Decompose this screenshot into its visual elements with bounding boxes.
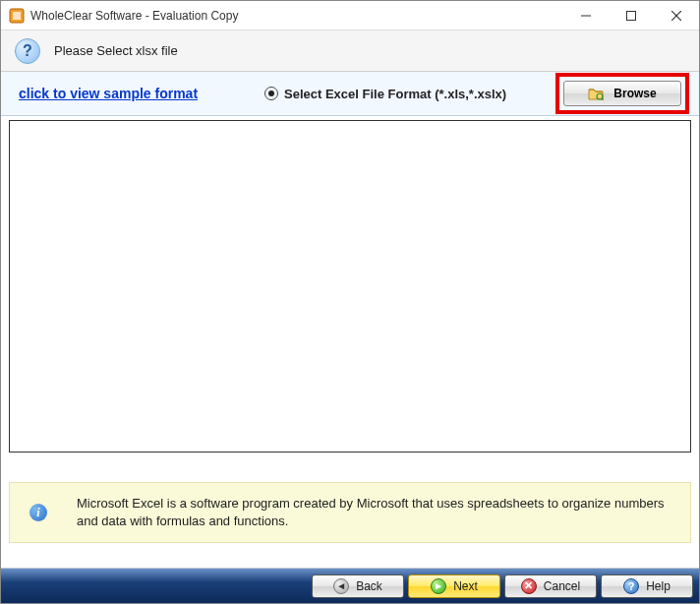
browse-highlight: Browse (555, 73, 689, 114)
info-text: Microsoft Excel is a software program cr… (77, 495, 671, 530)
help-nav-icon: ? (623, 578, 639, 594)
back-button[interactable]: ◄ Back (312, 574, 404, 598)
browse-button[interactable]: Browse (563, 81, 681, 106)
help-button[interactable]: ? Help (601, 574, 693, 598)
svg-rect-3 (627, 11, 636, 20)
info-panel: i Microsoft Excel is a software program … (9, 482, 691, 543)
info-icon: i (29, 504, 47, 521)
maximize-button[interactable] (609, 1, 654, 30)
window-title: WholeClear Software - Evaluation Copy (30, 9, 563, 23)
minimize-button[interactable] (563, 1, 609, 30)
titlebar: WholeClear Software - Evaluation Copy (1, 1, 699, 30)
back-icon: ◄ (333, 578, 349, 594)
bottom-nav-bar: ◄ Back ► Next ✕ Cancel ? Help (1, 568, 699, 603)
help-label: Help (646, 579, 671, 593)
help-icon: ? (15, 38, 40, 64)
file-list-area (9, 120, 691, 453)
next-label: Next (453, 579, 478, 593)
sample-format-link[interactable]: click to view sample format (19, 86, 264, 101)
folder-icon (588, 87, 604, 100)
back-label: Back (356, 579, 382, 593)
app-icon (9, 8, 25, 24)
next-icon: ► (431, 578, 446, 594)
file-format-label: Select Excel File Format (*.xls,*.xslx) (284, 87, 506, 101)
window-controls (563, 1, 699, 30)
cancel-icon: ✕ (521, 578, 537, 594)
browse-label: Browse (613, 87, 656, 100)
instruction-bar: ? Please Select xlsx file (1, 30, 699, 72)
next-button[interactable]: ► Next (408, 574, 500, 598)
radio-icon (264, 87, 278, 100)
spacer (1, 453, 699, 482)
svg-rect-1 (13, 12, 21, 20)
close-button[interactable] (654, 1, 699, 30)
instruction-text: Please Select xlsx file (54, 43, 178, 58)
options-bar: click to view sample format Select Excel… (1, 72, 699, 116)
svg-line-7 (602, 98, 604, 100)
cancel-label: Cancel (544, 579, 580, 593)
cancel-button[interactable]: ✕ Cancel (504, 574, 597, 598)
file-format-radio[interactable]: Select Excel File Format (*.xls,*.xslx) (264, 87, 555, 101)
